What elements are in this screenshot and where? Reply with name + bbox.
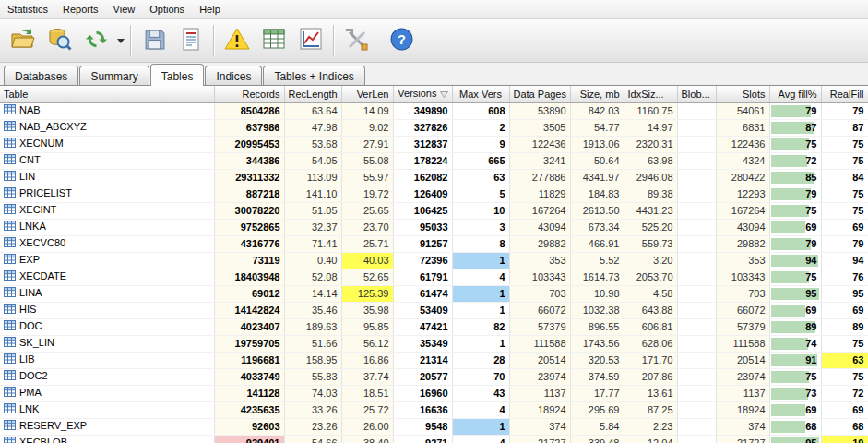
cell-records: 30078220: [214, 202, 284, 219]
cell-name: LINA: [0, 285, 214, 302]
cell-reclength: 74.03: [284, 385, 341, 401]
table-row[interactable]: CNT34438654.0555.08178224665324150.6463.…: [0, 152, 868, 169]
table-row[interactable]: LIB1196681158.9516.86213142820514320.531…: [0, 352, 868, 368]
cell-realfill: 75: [821, 335, 868, 352]
tab-summary[interactable]: Summary: [79, 66, 149, 85]
cell-verlen: 25.65: [341, 202, 393, 219]
table-row[interactable]: NAB_ABCXYZ63798647.989.023278262350554.7…: [0, 119, 868, 136]
column-header-max-vers[interactable]: Max Vers: [452, 86, 509, 102]
cell-idxsize: 207.86: [624, 368, 677, 385]
cell-sizemb: 339.48: [570, 435, 624, 443]
table-row[interactable]: HIS1414282435.4635.98534091660721032.386…: [0, 302, 868, 318]
menu-item-help[interactable]: Help: [192, 2, 228, 17]
column-header-verlen[interactable]: VerLen: [341, 86, 393, 102]
cell-avgfill: 74: [769, 335, 821, 352]
cell-versions: 47421: [393, 318, 452, 335]
cell-realfill: 94: [821, 252, 868, 269]
table-row[interactable]: XECVC80431677671.4125.7191257829882466.9…: [0, 235, 868, 252]
cell-verlen: 18.51: [341, 385, 393, 401]
table-stats-button[interactable]: [256, 22, 292, 59]
column-header-table[interactable]: Table: [0, 86, 214, 102]
table-row[interactable]: PMA14112874.0318.511696043113717.7713.61…: [0, 385, 868, 401]
cell-blob: [677, 202, 716, 219]
open-button[interactable]: [4, 22, 41, 59]
cell-realfill: 75: [821, 368, 868, 385]
column-header-blob[interactable]: Blob...: [677, 86, 716, 102]
cell-realfill: 75: [821, 186, 868, 202]
chart-button[interactable]: [292, 22, 329, 59]
table-row[interactable]: PRICELIST887218141.1019.7212640951182918…: [0, 186, 868, 202]
cell-name: XECVC80: [0, 235, 214, 252]
table-icon: [4, 103, 16, 117]
menu-item-view[interactable]: View: [106, 2, 143, 17]
cell-realfill: 75: [821, 202, 868, 219]
table-row[interactable]: DOC4023407189.6395.85474218257379896.556…: [0, 318, 868, 335]
cell-records: 4316776: [214, 235, 284, 252]
db-search-button[interactable]: [41, 22, 77, 59]
column-header-realfill[interactable]: RealFill: [821, 86, 868, 102]
column-header-size-mb[interactable]: Size, mb: [570, 86, 624, 102]
tools-button[interactable]: [339, 22, 375, 59]
menu-item-reports[interactable]: Reports: [55, 2, 106, 17]
cell-blob: [677, 136, 716, 152]
cell-slots: 18924: [716, 401, 769, 418]
table-row[interactable]: LNK423563533.2625.7216636418924295.6987.…: [0, 401, 868, 418]
table-row[interactable]: XECNUM2099545353.6827.913128379122436191…: [0, 136, 868, 152]
cell-records: 929401: [214, 435, 284, 443]
cell-avgfill: 91: [769, 352, 821, 368]
tab-tables-indices[interactable]: Tables + Indices: [263, 66, 364, 85]
table-row[interactable]: XECINT3007822051.0525.651064251016726426…: [0, 202, 868, 219]
cell-verlen: 56.12: [341, 335, 393, 352]
cell-idxsize: 4.58: [624, 285, 677, 302]
cell-slots: 23974: [716, 368, 769, 385]
table-row[interactable]: LNKA975286532.3723.7095033343094673.3452…: [0, 219, 868, 235]
table-row[interactable]: NAB850428663.6414.0934989060853890842.03…: [0, 102, 868, 119]
cell-slots: 374: [716, 418, 769, 435]
table-row[interactable]: LINA6901214.14125.3961474170310.984.5870…: [0, 285, 868, 302]
refresh-button[interactable]: [77, 22, 114, 59]
cell-blob: [677, 252, 716, 269]
refresh-dropdown-button[interactable]: [114, 22, 126, 59]
cell-verlen: 25.71: [341, 235, 393, 252]
cell-verlen: 35.98: [341, 302, 393, 318]
cell-idxsize: 606.81: [624, 318, 677, 335]
refresh-icon: [85, 28, 108, 54]
tab-tables[interactable]: Tables: [150, 64, 205, 86]
cell-sizemb: 4341.97: [570, 169, 624, 186]
cell-reclength: 54.66: [284, 435, 341, 443]
report-button[interactable]: [172, 22, 209, 59]
table-row[interactable]: XECBLOB92940154.6638.409271421727339.481…: [0, 435, 868, 443]
cell-versions: 61474: [393, 285, 452, 302]
column-header-slots[interactable]: Slots: [716, 86, 769, 102]
table-row[interactable]: XECDATE1840394852.0852.65617914103343161…: [0, 269, 868, 285]
column-header-reclength[interactable]: RecLength: [284, 86, 341, 102]
column-header-avg-fill[interactable]: Avg fill%: [769, 86, 821, 102]
table-row[interactable]: DOC2403374955.8337.74205777023974374.592…: [0, 368, 868, 385]
column-header-idxsize[interactable]: IdxSiz...: [624, 86, 677, 102]
tab-indices[interactable]: Indices: [205, 66, 262, 85]
table-row[interactable]: EXP731190.4040.037239613535.523.20353949…: [0, 252, 868, 269]
save-button[interactable]: [136, 22, 172, 59]
header-row: Table Records RecLength VerLen Versions …: [0, 86, 868, 102]
cell-records: 141128: [214, 385, 284, 401]
column-header-data-pages[interactable]: Data Pages: [509, 86, 570, 102]
cell-sizemb: 1614.73: [570, 269, 624, 285]
table-row[interactable]: SK_LIN1975970551.6656.123534911115881743…: [0, 335, 868, 352]
menu-item-statistics[interactable]: Statistics: [0, 2, 55, 17]
toolbar: ?: [0, 19, 868, 63]
column-header-records[interactable]: Records: [214, 86, 284, 102]
cell-idxsize: 3.20: [624, 252, 677, 269]
menu-item-options[interactable]: Options: [142, 2, 192, 17]
tab-databases[interactable]: Databases: [4, 66, 78, 85]
cell-maxvers: 10: [452, 202, 509, 219]
table-row[interactable]: RESERV_EXP9260323.2626.00954813745.842.2…: [0, 418, 868, 435]
sort-desc-icon: [440, 89, 448, 100]
help-button[interactable]: ?: [383, 22, 420, 59]
column-header-versions[interactable]: Versions: [393, 86, 452, 102]
warnings-button[interactable]: [219, 22, 256, 59]
cell-idxsize: 525.20: [624, 219, 677, 235]
cell-datapages: 1137: [509, 385, 570, 401]
table-row[interactable]: LIN29311332113.0955.97162082632778864341…: [0, 169, 868, 186]
cell-sizemb: 1913.06: [570, 136, 624, 152]
cell-maxvers: 28: [452, 352, 509, 368]
